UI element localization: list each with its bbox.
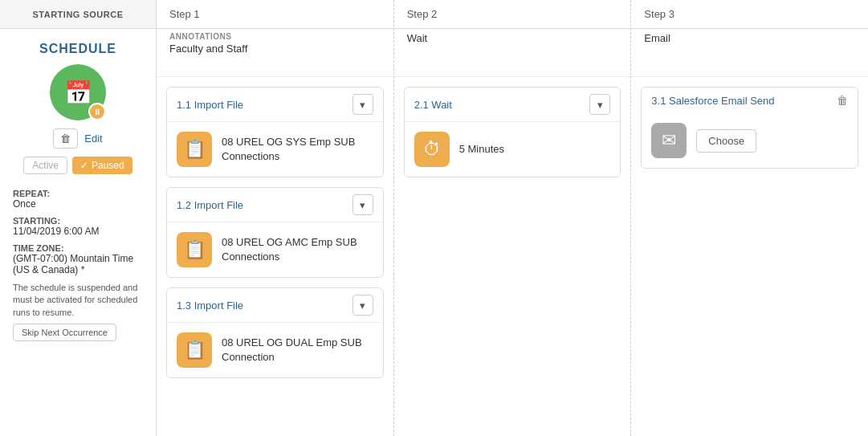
card-1-1-title: 1.1 Import File (177, 99, 243, 111)
card-1-1-body: 📋 08 UREL OG SYS Emp SUB Connections (167, 122, 383, 177)
card-1-2-icon-wrap: 📋 (177, 232, 212, 267)
card-1-1: 1.1 Import File ▾ 📋 08 UREL OG SYS Emp S… (166, 87, 384, 177)
card-1-3-icon-wrap: 📋 (177, 332, 212, 368)
card-3-1: 3.1 Salesforce Email Send 🗑 ✉ Choose (641, 87, 858, 169)
repeat-label: REPEAT: (13, 189, 143, 198)
file-icon-2: 📋 (184, 239, 206, 260)
edit-button[interactable]: Edit (84, 132, 102, 145)
timezone-label: TIME ZONE: (13, 243, 143, 253)
active-status: Active (23, 157, 67, 174)
skip-next-occurrence-button[interactable]: Skip Next Occurrence (13, 324, 116, 341)
card-2-1-title: 2.1 Wait (414, 99, 452, 111)
card-1-1-header: 1.1 Import File ▾ (167, 88, 383, 122)
step-3-header: Step 3 (631, 0, 868, 29)
calendar-icon: 📅 (64, 79, 92, 106)
pause-icon: ⏸ (93, 108, 101, 116)
card-1-3-dropdown[interactable]: ▾ (352, 295, 373, 316)
step-3-annotation-value: Email (644, 32, 855, 44)
annotation-value: Faculty and Staff (169, 43, 381, 55)
delete-button[interactable]: 🗑 (53, 128, 78, 149)
step-3-column: Step 3 Email 3.1 Salesforce Email Send 🗑 (631, 0, 868, 436)
card-1-1-text: 08 UREL OG SYS Emp SUB Connections (222, 135, 373, 164)
step-2-cards: 2.1 Wait ▾ ⏱ 5 Minutes (394, 77, 631, 436)
file-icon-3: 📋 (184, 340, 206, 361)
checkmark-icon: ✓ (80, 160, 88, 171)
card-3-1-icon-wrap: ✉ (651, 123, 687, 158)
meta-section: REPEAT: Once STARTING: 11/04/2019 6:00 A… (10, 182, 146, 341)
card-2-1: 2.1 Wait ▾ ⏱ 5 Minutes (404, 87, 621, 177)
timezone-value: (GMT-07:00) Mountain Time (US & Canada) … (13, 253, 143, 275)
card-1-2-body: 📋 08 UREL OG AMC Emp SUB Connections (167, 222, 383, 277)
step-2-column: Step 2 Wait 2.1 Wait ▾ ⏱ (394, 0, 632, 436)
card-1-2-dropdown[interactable]: ▾ (352, 194, 373, 215)
sidebar-content: SCHEDULE 📅 ⏸ 🗑 Edit Active ✓ Paused (0, 29, 156, 354)
starting-source-label: STARTING SOURCE (32, 10, 123, 19)
step-3-label: Step 3 (644, 8, 674, 20)
card-2-1-dropdown[interactable]: ▾ (589, 94, 610, 115)
card-1-2-header: 1.2 Import File ▾ (167, 188, 383, 222)
card-1-3-title: 1.3 Import File (177, 299, 243, 312)
step-2-header: Step 2 (394, 0, 631, 29)
steps-area: Step 1 ANNOTATIONS Faculty and Staff 1.1… (157, 0, 868, 436)
step-1-header: Step 1 (157, 0, 393, 29)
step-2-label: Step 2 (407, 8, 438, 20)
step-1-annotation: ANNOTATIONS Faculty and Staff (157, 29, 393, 77)
choose-button[interactable]: Choose (696, 129, 756, 153)
card-1-1-icon-wrap: 📋 (177, 132, 212, 167)
paused-status: ✓ Paused (72, 157, 132, 174)
card-2-1-icon-wrap: ⏱ (414, 132, 450, 167)
card-1-2: 1.2 Import File ▾ 📋 08 UREL OG AMC Emp S… (166, 187, 384, 278)
starting-value: 11/04/2019 6:00 AM (13, 226, 143, 237)
card-1-3-header: 1.3 Import File ▾ (167, 288, 383, 323)
starting-label: STARTING: (13, 216, 143, 226)
schedule-title: SCHEDULE (39, 42, 116, 56)
email-icon: ✉ (662, 130, 676, 151)
card-1-2-text: 08 UREL OG AMC Emp SUB Connections (222, 235, 373, 264)
repeat-value: Once (13, 198, 143, 210)
paused-label: Paused (92, 160, 124, 171)
warning-text: The schedule is suspended and must be ac… (13, 282, 143, 319)
card-1-3-body: 📋 08 UREL OG DUAL Emp SUB Connection (167, 323, 383, 377)
card-3-1-header: 3.1 Salesforce Email Send 🗑 (642, 88, 858, 113)
card-2-1-header: 2.1 Wait ▾ (405, 88, 621, 122)
step-3-cards: 3.1 Salesforce Email Send 🗑 ✉ Choose (631, 77, 868, 436)
file-icon: 📋 (184, 139, 206, 160)
pause-badge: ⏸ (88, 103, 106, 120)
schedule-icon-wrap: 📅 ⏸ (50, 64, 106, 120)
card-3-1-delete-button[interactable]: 🗑 (837, 94, 848, 107)
card-1-2-title: 1.2 Import File (177, 199, 243, 211)
sidebar: STARTING SOURCE SCHEDULE 📅 ⏸ 🗑 Edit Acti… (0, 0, 157, 436)
card-1-3: 1.3 Import File ▾ 📋 08 UREL OG DUAL Emp … (166, 287, 384, 378)
step-1-label: Step 1 (169, 8, 200, 20)
step-1-column: Step 1 ANNOTATIONS Faculty and Staff 1.1… (157, 0, 394, 436)
step-1-cards: 1.1 Import File ▾ 📋 08 UREL OG SYS Emp S… (157, 77, 393, 436)
step-2-annotation-value: Wait (407, 32, 618, 44)
sidebar-header: STARTING SOURCE (0, 0, 156, 29)
card-3-1-title: 3.1 Salesforce Email Send (651, 95, 774, 107)
step-3-annotation: Email (631, 29, 868, 77)
card-2-1-text: 5 Minutes (459, 142, 504, 157)
card-3-1-body: ✉ Choose (642, 113, 858, 168)
step-2-annotation: Wait (394, 29, 631, 77)
annotation-label: ANNOTATIONS (169, 32, 381, 41)
card-1-1-dropdown[interactable]: ▾ (352, 94, 373, 115)
edit-row: 🗑 Edit (10, 128, 146, 149)
card-1-3-text: 08 UREL OG DUAL Emp SUB Connection (222, 336, 373, 365)
main-content: Step 1 ANNOTATIONS Faculty and Staff 1.1… (157, 0, 868, 436)
card-2-1-body: ⏱ 5 Minutes (405, 122, 621, 177)
status-row: Active ✓ Paused (10, 157, 146, 174)
clock-icon: ⏱ (423, 139, 441, 160)
